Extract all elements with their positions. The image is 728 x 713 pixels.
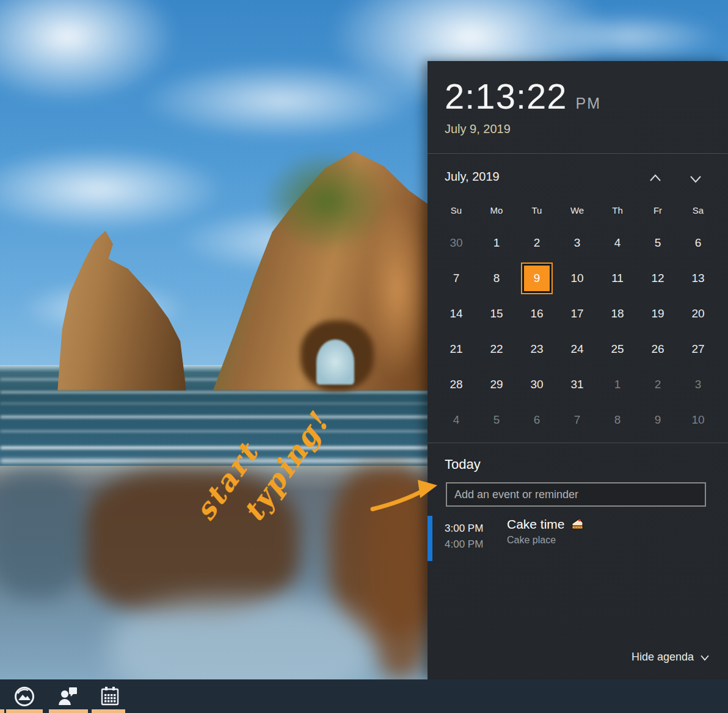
prev-month-button[interactable] bbox=[647, 170, 665, 188]
calendar-day[interactable]: 29 bbox=[476, 367, 517, 402]
calendar-day[interactable]: 12 bbox=[638, 261, 678, 296]
calendar-day[interactable]: 8 bbox=[476, 261, 517, 296]
calendar-day[interactable]: 10 bbox=[678, 402, 718, 438]
calendar-day[interactable]: 4 bbox=[436, 402, 476, 438]
chevron-up-icon bbox=[648, 172, 663, 186]
calendar-day[interactable]: 7 bbox=[557, 402, 597, 438]
calendar-day[interactable]: 19 bbox=[638, 296, 678, 331]
calendar-day[interactable]: 14 bbox=[436, 296, 476, 331]
cloud bbox=[537, 12, 721, 61]
calendar-day[interactable]: 9 bbox=[638, 402, 678, 438]
weekday-label: We bbox=[557, 205, 597, 215]
agenda-heading: Today bbox=[445, 457, 481, 472]
calendar-day[interactable]: 13 bbox=[678, 261, 718, 296]
calendar-day[interactable]: 11 bbox=[597, 261, 638, 296]
calendar-day[interactable]: 22 bbox=[476, 331, 517, 367]
calendar-day[interactable]: 6 bbox=[678, 225, 718, 261]
calendar-day[interactable]: 3 bbox=[557, 225, 597, 261]
cloud bbox=[140, 61, 421, 140]
weekday-label: Fr bbox=[638, 205, 678, 215]
calendar-day[interactable]: 18 bbox=[597, 296, 638, 331]
calendar-day[interactable]: 23 bbox=[517, 331, 557, 367]
taskbar-underline bbox=[92, 709, 125, 713]
event-end-time: 4:00 PM bbox=[445, 537, 483, 552]
event-location: Cake place bbox=[507, 535, 584, 546]
chevron-down-icon bbox=[700, 653, 710, 662]
weekday-label: Sa bbox=[678, 205, 718, 215]
calendar-day[interactable]: 6 bbox=[517, 402, 557, 438]
event-title: Cake time bbox=[507, 517, 565, 532]
taskbar: ENG 2:13 PM 2019-07-09 bbox=[0, 679, 728, 713]
calendar-day[interactable]: 26 bbox=[638, 331, 678, 367]
calendar-grid: 3012345678910111213141516171819202122232… bbox=[436, 225, 718, 438]
agenda-event[interactable]: 3:00 PM 4:00 PM Cake time Cake place bbox=[428, 515, 728, 563]
taskbar-app-people[interactable] bbox=[55, 684, 79, 709]
calendar-day[interactable]: 5 bbox=[476, 402, 517, 438]
calendar-day[interactable]: 3 bbox=[678, 367, 718, 402]
calendar-app-icon bbox=[98, 684, 122, 709]
taskbar-underline bbox=[6, 709, 43, 713]
weekday-label: Mo bbox=[476, 205, 517, 215]
calendar-day[interactable]: 16 bbox=[517, 296, 557, 331]
taskbar-app-calendar[interactable] bbox=[98, 684, 122, 709]
calendar-day[interactable]: 8 bbox=[597, 402, 638, 438]
calendar-day[interactable]: 30 bbox=[517, 367, 557, 402]
calendar-day[interactable]: 4 bbox=[597, 225, 638, 261]
event-start-time: 3:00 PM bbox=[445, 521, 483, 537]
month-label[interactable]: July, 2019 bbox=[445, 170, 500, 184]
clock-time: 2:13:22 bbox=[445, 76, 567, 116]
annotation-arrow-icon bbox=[370, 480, 439, 514]
calendar-day[interactable]: 1 bbox=[597, 367, 638, 402]
weekday-label: Th bbox=[597, 205, 638, 215]
desktop-screen: start typing! 2:13:22PM July 9, 2019 Jul… bbox=[0, 0, 728, 713]
calendar-day[interactable]: 28 bbox=[436, 367, 476, 402]
clock-calendar-flyout: 2:13:22PM July 9, 2019 July, 2019 Su Mo … bbox=[428, 61, 728, 679]
cake-icon bbox=[570, 518, 584, 532]
calendar-day[interactable]: 20 bbox=[678, 296, 718, 331]
event-color-bar bbox=[428, 516, 432, 561]
people-app-icon bbox=[55, 684, 79, 709]
calendar-day[interactable]: 25 bbox=[597, 331, 638, 367]
weekday-label: Tu bbox=[517, 205, 557, 215]
divider bbox=[428, 153, 728, 154]
calendar-day[interactable]: 7 bbox=[436, 261, 476, 296]
divider bbox=[428, 443, 728, 443]
calendar-day[interactable]: 5 bbox=[638, 225, 678, 261]
calendar-day-selected[interactable]: 9 bbox=[521, 262, 553, 294]
calendar-day[interactable]: 17 bbox=[557, 296, 597, 331]
calendar-day[interactable]: 2 bbox=[638, 367, 678, 402]
chevron-down-icon bbox=[688, 172, 703, 186]
calendar-day[interactable]: 10 bbox=[557, 261, 597, 296]
calendar-day[interactable]: 30 bbox=[436, 225, 476, 261]
calendar-day[interactable]: 21 bbox=[436, 331, 476, 367]
taskbar-underline bbox=[49, 709, 88, 713]
calendar-day[interactable]: 15 bbox=[476, 296, 517, 331]
taskbar-app-photos[interactable] bbox=[12, 684, 37, 709]
cloud bbox=[0, 147, 226, 232]
next-month-button[interactable] bbox=[687, 170, 705, 188]
today-date[interactable]: July 9, 2019 bbox=[445, 122, 511, 136]
calendar-day[interactable]: 27 bbox=[678, 331, 718, 367]
large-clock: 2:13:22PM bbox=[445, 76, 601, 117]
weekday-label: Su bbox=[436, 205, 476, 215]
calendar-day[interactable]: 1 bbox=[476, 225, 517, 261]
calendar-day[interactable]: 24 bbox=[557, 331, 597, 367]
calendar-day[interactable]: 2 bbox=[517, 225, 557, 261]
clock-meridiem: PM bbox=[576, 95, 602, 112]
photos-icon bbox=[12, 684, 37, 709]
weekday-row: Su Mo Tu We Th Fr Sa bbox=[436, 205, 718, 215]
taskbar-underline bbox=[0, 709, 4, 713]
hide-agenda-button[interactable]: Hide agenda bbox=[632, 651, 710, 664]
calendar-day[interactable]: 31 bbox=[557, 367, 597, 402]
event-input[interactable] bbox=[446, 482, 706, 507]
